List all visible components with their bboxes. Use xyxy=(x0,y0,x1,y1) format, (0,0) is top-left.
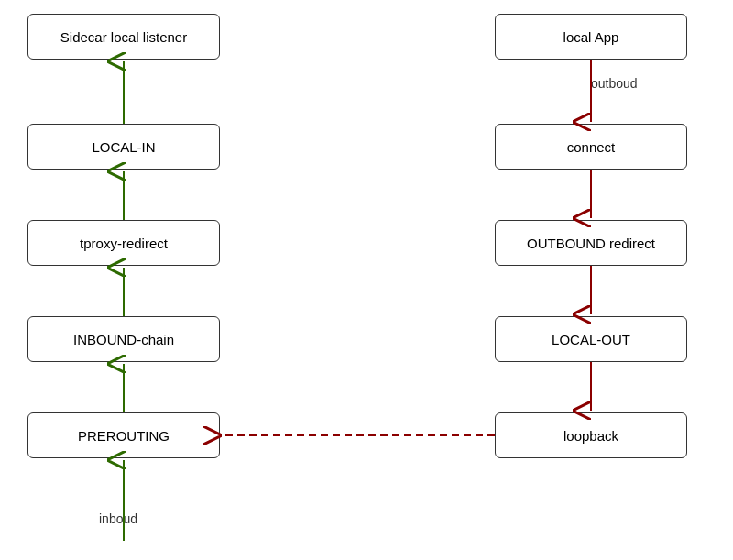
node-prerouting: PREROUTING xyxy=(27,412,220,458)
outbound-label: outboud xyxy=(591,76,638,91)
node-local-in: LOCAL-IN xyxy=(27,124,220,170)
node-tproxy: tproxy-redirect xyxy=(27,220,220,266)
node-connect: connect xyxy=(495,124,687,170)
node-local-out: LOCAL-OUT xyxy=(495,316,687,362)
node-outbound-redirect: OUTBOUND redirect xyxy=(495,220,687,266)
diagram: Sidecar local listener LOCAL-IN tproxy-r… xyxy=(0,0,733,560)
node-sidecar: Sidecar local listener xyxy=(27,14,220,60)
node-inbound-chain: INBOUND-chain xyxy=(27,316,220,362)
inbound-label: inboud xyxy=(99,511,137,526)
node-loopback: loopback xyxy=(495,412,687,458)
node-local-app: local App xyxy=(495,14,687,60)
